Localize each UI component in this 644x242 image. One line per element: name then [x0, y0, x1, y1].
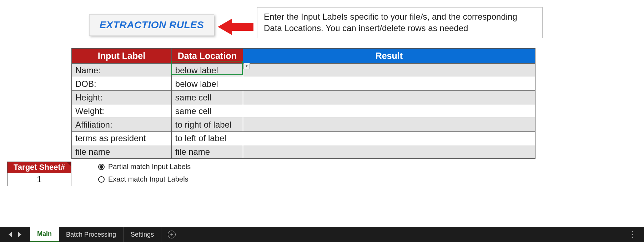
cell-result[interactable] — [243, 77, 535, 91]
tab-batch-processing[interactable]: Batch Processing — [59, 227, 124, 242]
tab-main[interactable]: Main — [30, 227, 59, 242]
cell-input-label[interactable]: Weight: — [72, 104, 172, 118]
dropdown-button[interactable]: ▼ — [243, 63, 250, 69]
tab-overflow-button[interactable]: ⋮ — [620, 227, 644, 242]
sheet-tab-bar: Main Batch Processing Settings + ⋮ — [0, 227, 644, 242]
extraction-rules-title: EXTRACTION RULES — [89, 14, 214, 36]
cell-result[interactable] — [243, 132, 535, 145]
col-header-result: Result — [243, 49, 535, 64]
cell-data-location[interactable]: below label — [171, 64, 243, 77]
col-header-input-label: Input Label — [72, 49, 172, 64]
tab-label: Main — [37, 230, 52, 238]
radio-partial-match[interactable]: Partial match Input Labels — [98, 163, 191, 171]
table-row[interactable]: file name file name — [72, 145, 535, 159]
cell-result[interactable] — [243, 104, 535, 118]
target-sheet-header: Target Sheet# — [7, 162, 71, 173]
cell-input-label[interactable]: Height: — [72, 91, 172, 104]
radio-label: Partial match Input Labels — [108, 163, 191, 171]
table-row[interactable]: Affiliation: to right of label — [72, 118, 535, 132]
target-sheet-box: Target Sheet# 1 — [7, 162, 71, 186]
cell-result[interactable] — [243, 64, 535, 77]
match-mode-radios: Partial match Input Labels Exact match I… — [98, 163, 191, 188]
add-sheet-button[interactable]: + — [161, 227, 182, 242]
cell-input-label[interactable]: Affiliation: — [72, 118, 172, 132]
cell-data-location[interactable]: to right of label — [171, 118, 243, 132]
table-row[interactable]: Name: below label — [72, 64, 535, 77]
cell-data-location[interactable]: file name — [171, 145, 243, 159]
cell-input-label[interactable]: DOB: — [72, 77, 172, 91]
table-row[interactable]: Weight: same cell — [72, 104, 535, 118]
tab-label: Batch Processing — [66, 231, 116, 238]
cell-input-label[interactable]: Name: — [72, 64, 172, 77]
cell-input-label[interactable]: terms as president — [72, 132, 172, 145]
radio-icon — [98, 176, 105, 183]
cell-data-location[interactable]: to left of label — [171, 132, 243, 145]
cell-result[interactable] — [243, 118, 535, 132]
table-row[interactable]: terms as president to left of label — [72, 132, 535, 145]
cell-result[interactable] — [243, 145, 535, 159]
svg-marker-0 — [218, 19, 253, 35]
arrow-left-icon — [218, 18, 253, 36]
cell-input-label[interactable]: file name — [72, 145, 172, 159]
table-row[interactable]: DOB: below label — [72, 77, 535, 91]
help-text: Enter the Input Labels specific to your … — [257, 7, 543, 38]
sheet-prev-button[interactable] — [9, 232, 12, 237]
radio-exact-match[interactable]: Exact match Input Labels — [98, 175, 191, 183]
kebab-icon: ⋮ — [628, 230, 636, 239]
radio-icon — [98, 164, 105, 170]
tab-label: Settings — [131, 231, 154, 238]
cell-result[interactable] — [243, 91, 535, 104]
cell-data-location[interactable]: below label — [171, 77, 243, 91]
extraction-rules-table: Input Label Data Location Result Name: b… — [71, 48, 535, 159]
sheet-nav-arrows — [0, 227, 30, 242]
rules-tbody: Name: below label DOB: below label Heigh… — [72, 64, 535, 159]
cell-data-location[interactable]: same cell — [171, 104, 243, 118]
sheet-next-button[interactable] — [18, 232, 21, 237]
chevron-down-icon: ▼ — [245, 64, 248, 68]
target-sheet-value[interactable]: 1 — [7, 173, 71, 186]
cell-data-location[interactable]: same cell — [171, 91, 243, 104]
radio-label: Exact match Input Labels — [108, 175, 188, 183]
col-header-data-location: Data Location — [171, 49, 243, 64]
table-row[interactable]: Height: same cell — [72, 91, 535, 104]
plus-icon: + — [168, 231, 176, 238]
tab-settings[interactable]: Settings — [124, 227, 161, 242]
